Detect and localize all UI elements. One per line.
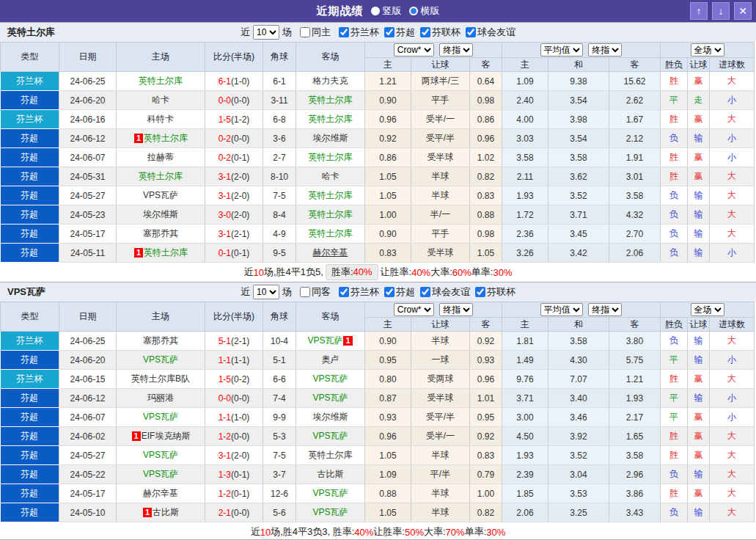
league-checkbox[interactable] bbox=[420, 287, 430, 297]
odds-source-select[interactable]: Crow* bbox=[394, 43, 434, 56]
layout-radio-horizontal[interactable]: 横版 bbox=[409, 4, 440, 18]
scope-group: 全场 bbox=[661, 43, 755, 58]
halftime-score: (2-0) bbox=[231, 172, 249, 182]
team2-filter-row: VPS瓦萨 近 10 场 同客 芬兰杯芬超球会友谊芬联杯 bbox=[0, 282, 756, 302]
team-name-text: 英特土尔库 bbox=[309, 114, 353, 124]
avg-home-cell: 2.40 bbox=[502, 91, 548, 110]
home-team-cell: VPS瓦萨 bbox=[117, 408, 205, 427]
avg-home-cell: 1.72 bbox=[502, 205, 548, 225]
league-checkbox-label: 芬超 bbox=[396, 26, 415, 39]
fulltime-score: 0-0 bbox=[219, 95, 231, 106]
avg-source-select[interactable]: 平均值 bbox=[540, 303, 583, 316]
avg-time-select[interactable]: 终指 bbox=[588, 43, 622, 56]
scope-select[interactable]: 全场 bbox=[691, 303, 724, 316]
col-home: 主场 bbox=[117, 43, 205, 72]
wdl-result-cell: 胜 bbox=[661, 370, 688, 389]
summary-text: 让胜率: bbox=[381, 266, 412, 279]
league-checkbox-wrap[interactable]: 球会友谊 bbox=[460, 26, 515, 39]
wdl-result-cell: 胜 bbox=[661, 148, 688, 167]
avg-time-select[interactable]: 终指 bbox=[588, 303, 622, 316]
games-count-select[interactable]: 10 bbox=[253, 25, 279, 40]
league-checkbox-wrap[interactable]: 球会友谊 bbox=[415, 285, 470, 299]
corner-score-cell: 3-6 bbox=[263, 129, 296, 148]
away-team-cell: 埃尔维斯 bbox=[296, 129, 365, 148]
team-name-text: VPS瓦萨 bbox=[143, 469, 178, 479]
handicap-result-cell: 输 bbox=[688, 503, 710, 522]
league-checkbox-label: 芬联杯 bbox=[432, 26, 460, 39]
league-checkbox[interactable] bbox=[420, 27, 430, 37]
away-team-cell: 奥卢 bbox=[296, 351, 365, 370]
league-checkbox[interactable] bbox=[384, 27, 394, 37]
avg-home-cell: 1.09 bbox=[502, 72, 548, 91]
halftime-score: (0-0) bbox=[231, 95, 249, 106]
league-checkbox[interactable] bbox=[466, 27, 476, 37]
league-checkbox-wrap[interactable]: 芬超 bbox=[379, 285, 415, 299]
summary-text: 10 bbox=[253, 267, 263, 278]
radio-vertical-icon[interactable] bbox=[371, 7, 380, 15]
home-odds-cell: 0.87 bbox=[365, 389, 411, 408]
radio-horizontal-icon[interactable] bbox=[409, 7, 418, 15]
layout-radio-vertical[interactable]: 竖版 bbox=[371, 4, 402, 18]
match-row: 芬超24-05-111英特土尔库0-1(0-1)9-5赫尔辛基0.83受半球1.… bbox=[1, 244, 755, 263]
league-checkbox-wrap[interactable]: 芬联杯 bbox=[415, 26, 460, 39]
team-name-text: 英特土尔库 bbox=[309, 228, 353, 238]
match-score-cell: 1-5(1-2) bbox=[205, 110, 263, 129]
away-odds-cell: 0.98 bbox=[470, 91, 502, 110]
home-odds-cell: 1.09 bbox=[365, 465, 411, 484]
avg-source-select[interactable]: 平均值 bbox=[540, 43, 583, 56]
home-odds-cell: 0.90 bbox=[365, 332, 411, 351]
away-odds-cell: 0.96 bbox=[470, 370, 502, 389]
same-venue-checkbox-wrap[interactable]: 同客 bbox=[295, 285, 331, 299]
odds-time-select[interactable]: 终指 bbox=[439, 303, 473, 316]
team-name-text: VPS瓦萨 bbox=[307, 335, 342, 346]
home-team-cell: 塞那乔其 bbox=[117, 332, 205, 351]
handicap-result-cell: 赢 bbox=[688, 110, 710, 129]
scroll-up-button[interactable]: ↑ bbox=[690, 2, 708, 20]
odds-source-select[interactable]: Crow* bbox=[394, 303, 434, 316]
home-team-cell: VPS瓦萨 bbox=[117, 446, 205, 465]
same-venue-checkbox[interactable] bbox=[300, 27, 310, 37]
league-checkbox-wrap[interactable]: 芬超 bbox=[379, 26, 415, 39]
league-checkbox[interactable] bbox=[339, 287, 349, 297]
same-venue-checkbox[interactable] bbox=[300, 287, 310, 297]
away-odds-cell: 1.02 bbox=[470, 148, 502, 167]
team-name-text: 拉赫蒂 bbox=[147, 152, 174, 162]
team-name-text: 玛丽港 bbox=[147, 393, 174, 403]
halftime-score: (0-1) bbox=[231, 248, 249, 258]
league-checkbox[interactable] bbox=[475, 287, 485, 297]
away-team-cell: 英特土尔库 bbox=[296, 225, 365, 244]
team2-filter-controls: 近 10 场 同客 芬兰杯芬超球会友谊芬联杯 bbox=[239, 285, 517, 299]
handicap-cell: 受半球 bbox=[411, 244, 470, 263]
team-name-text[interactable]: 赫尔辛基 bbox=[313, 247, 348, 258]
match-row: 芬超24-05-27VPS瓦萨3-1(2-0)7-5英特土尔库1.05半球0.8… bbox=[1, 446, 755, 465]
home-team-cell: 赫尔辛基 bbox=[117, 484, 205, 503]
scope-select[interactable]: 全场 bbox=[691, 43, 724, 56]
match-type-cell: 芬超 bbox=[1, 186, 59, 205]
avg-home-cell: 1.85 bbox=[502, 484, 548, 503]
team-name-text: 英特土尔库 bbox=[139, 76, 183, 86]
games-count-select[interactable]: 10 bbox=[253, 285, 279, 299]
away-odds-cell: 0.98 bbox=[470, 225, 502, 244]
col-avg-draw: 和 bbox=[548, 318, 609, 332]
same-venue-checkbox-wrap[interactable]: 同主 bbox=[295, 26, 331, 39]
handicap-result-cell: 输 bbox=[688, 332, 710, 351]
summary-text: 30% bbox=[493, 267, 512, 278]
team-name-text: 英特土尔库 bbox=[144, 133, 188, 143]
away-team-cell: 英特土尔库 bbox=[296, 186, 365, 205]
handicap-result-cell: 赢 bbox=[688, 408, 710, 427]
team-name-text: 英特土尔库 bbox=[309, 95, 353, 105]
summary-text: 场,胜4平3负3, 胜率: bbox=[271, 525, 354, 539]
league-checkbox-wrap[interactable]: 芬联杯 bbox=[470, 285, 515, 299]
league-checkbox-wrap[interactable]: 芬兰杯 bbox=[334, 285, 379, 299]
league-checkbox[interactable] bbox=[384, 287, 394, 297]
avg-home-cell: 3.26 bbox=[502, 244, 548, 263]
scroll-down-button[interactable]: ↓ bbox=[712, 2, 730, 20]
league-checkbox[interactable] bbox=[339, 27, 349, 37]
handicap-cell: 平手 bbox=[411, 225, 470, 244]
avg-draw-cell: 3.71 bbox=[548, 205, 609, 225]
league-checkbox-wrap[interactable]: 芬兰杯 bbox=[334, 26, 379, 39]
away-odds-cell: 1.01 bbox=[470, 389, 502, 408]
fulltime-score: 1-2 bbox=[219, 431, 231, 442]
close-icon[interactable]: ✕ bbox=[734, 2, 752, 20]
odds-time-select[interactable]: 终指 bbox=[439, 43, 473, 56]
